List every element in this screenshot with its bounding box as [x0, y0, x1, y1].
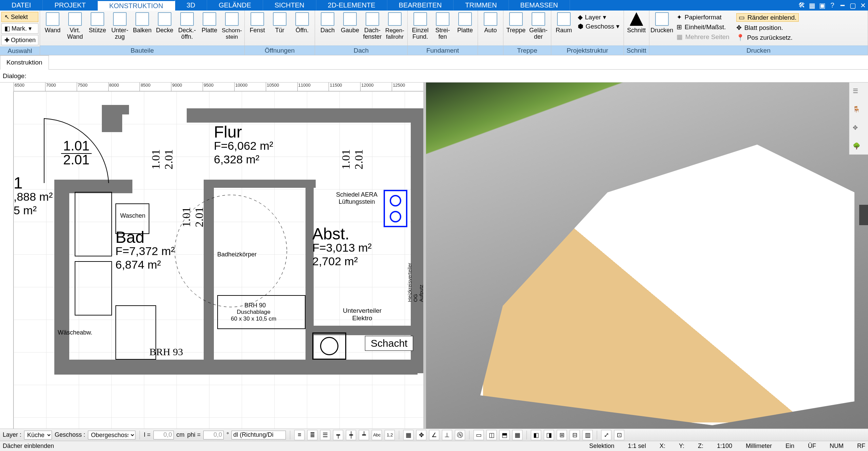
mode-4-icon[interactable]: ⊟	[570, 430, 580, 440]
einheit-button[interactable]: ⊞ Einheit/Maßst.	[677, 23, 730, 31]
virtwand-button[interactable]: Virt. Wand	[64, 11, 86, 45]
mark-dropdown[interactable]: ◧ Mark. ▾	[1, 23, 38, 34]
mode-5-icon[interactable]: ▥	[583, 430, 593, 440]
phi-unit: °	[226, 431, 229, 438]
move-icon[interactable]: ✥	[853, 124, 865, 136]
drucken-button[interactable]: Drucken	[651, 11, 673, 45]
dim-icon[interactable]: 1,2	[385, 430, 395, 440]
tab-bemassen[interactable]: BEMASSEN	[509, 0, 570, 11]
tab-gelaende[interactable]: GELÄNDE	[207, 0, 263, 11]
selekt-button[interactable]: ↖ Selekt	[1, 12, 38, 22]
fenster-button[interactable]: Fenst	[246, 11, 269, 45]
phi-label: phi =	[187, 431, 201, 438]
text-abc-icon[interactable]: Abc	[372, 430, 382, 440]
snap-icon[interactable]: ✥	[416, 430, 426, 440]
view-3d[interactable]: ☰ 🪑 ✥ 🌳	[426, 83, 868, 429]
group-bauteile: Wand Virt. Wand Stütze Unter- zug Balken…	[40, 11, 245, 55]
tab-datei[interactable]: DATEI	[0, 0, 43, 11]
align-bot-icon[interactable]: ┷	[359, 430, 369, 440]
perp-icon[interactable]: ⊥	[442, 430, 452, 440]
zoom-extents-icon[interactable]: ⤢	[601, 430, 611, 440]
angle-icon[interactable]: ∠	[429, 430, 439, 440]
tools-icon[interactable]: 🛠	[797, 0, 807, 11]
align-top-icon[interactable]: ┯	[333, 430, 343, 440]
papierformat-button[interactable]: ✦ Papierformat	[677, 13, 730, 21]
blattpos-button[interactable]: ✥ Blatt position.	[736, 24, 799, 32]
align-left-icon[interactable]: ≡	[294, 430, 304, 440]
status-ratio: 1:1 sel	[628, 443, 646, 450]
dl-input[interactable]	[232, 431, 286, 439]
mode-3-icon[interactable]: ⊞	[557, 430, 567, 440]
tuer-button[interactable]: Tür	[269, 11, 291, 45]
dach-button[interactable]: Dach	[316, 11, 339, 45]
treppe-button[interactable]: Treppe	[505, 11, 527, 45]
view-split-h-icon[interactable]: ◫	[486, 430, 497, 440]
tab-sichten[interactable]: SICHTEN	[263, 0, 316, 11]
mode-1-icon[interactable]: ◧	[531, 430, 541, 440]
help-icon[interactable]: ?	[827, 0, 837, 11]
deckoeffn-button[interactable]: Deck.- öffn.	[176, 11, 198, 45]
view-single-icon[interactable]: ▭	[474, 430, 484, 440]
circle-n-icon[interactable]: Ⓝ	[455, 430, 465, 440]
room-bad-label: Bad F=7,372 m² 6,874 m²	[115, 231, 175, 271]
align-center-icon[interactable]: ≣	[307, 430, 317, 440]
subtab-konstruktion[interactable]: Konstruktion	[0, 55, 49, 70]
tab-bearbeiten[interactable]: BEARBEITEN	[387, 0, 454, 11]
auto-button[interactable]: Auto	[479, 11, 502, 45]
l-input[interactable]	[153, 431, 174, 439]
floorplan-canvas[interactable]: Flur F=6,062 m² 6,328 m² Bad F=7,372 m² …	[14, 91, 423, 429]
view-quad-icon[interactable]: ▦	[512, 430, 522, 440]
room-number-4: 1.012.01	[339, 149, 365, 170]
furniture-icon[interactable]: 🪑	[853, 106, 865, 118]
unterzug-button[interactable]: Unter- zug	[109, 11, 131, 45]
platte2-button[interactable]: Platte	[454, 11, 476, 45]
decke-button[interactable]: Decke	[153, 11, 176, 45]
mode-2-icon[interactable]: ◨	[544, 430, 554, 440]
phi-input[interactable]	[203, 431, 224, 439]
gelaender-button[interactable]: Gelän- der	[527, 11, 550, 45]
layout-icon[interactable]: ▦	[807, 0, 817, 11]
layer-dropdown[interactable]: ◆ Layer ▾	[578, 13, 620, 21]
layers-icon[interactable]: ☰	[853, 87, 865, 100]
view-2d[interactable]: 650070007500 800085009000 95001000010500…	[0, 83, 426, 429]
grid-icon[interactable]: ▦	[403, 430, 413, 440]
tree-icon[interactable]: 🌳	[853, 142, 865, 155]
align-right-icon[interactable]: ☰	[320, 430, 330, 440]
dachfenster-button[interactable]: Dach- fenster	[361, 11, 384, 45]
poszur-button[interactable]: 📍 Pos zurücksetz.	[736, 34, 799, 41]
tab-projekt[interactable]: PROJEKT	[43, 0, 97, 11]
mehrere-seiten-button[interactable]: ▦ Mehrere Seiten	[677, 33, 730, 41]
expand-handle[interactable]	[859, 205, 868, 225]
schornstein-button[interactable]: Schorn- stein	[221, 11, 243, 45]
raum-button[interactable]: Raum	[553, 11, 575, 45]
group-dach: Dach Gaube Dach- fenster Regen- fallrohr…	[315, 11, 408, 55]
platte-button[interactable]: Platte	[198, 11, 221, 45]
stuetze-button[interactable]: Stütze	[86, 11, 109, 45]
geschoss-dropdown[interactable]: ⬢ Geschoss ▾	[578, 22, 620, 30]
tab-2d-elemente[interactable]: 2D-ELEMENTE	[316, 0, 387, 11]
settings-icon[interactable]: ▣	[817, 0, 827, 11]
zoom-window-icon[interactable]: ⊡	[614, 430, 624, 440]
tab-3d[interactable]: 3D	[175, 0, 207, 11]
close-icon[interactable]: ✕	[858, 0, 868, 11]
tab-konstruktion[interactable]: KONSTRUKTION	[98, 0, 175, 11]
geschoss-select[interactable]: Obergeschoss	[88, 431, 135, 439]
vent-icon	[384, 190, 407, 227]
streifen-button[interactable]: Strei- fen	[431, 11, 454, 45]
layer-select[interactable]: Küche	[24, 431, 52, 439]
minimize-icon[interactable]: ━	[837, 0, 848, 11]
optionen-button[interactable]: ✚ Optionen	[1, 35, 38, 45]
schnitt-button[interactable]: Schnitt	[625, 11, 648, 45]
view-split-v-icon[interactable]: ⬒	[499, 430, 510, 440]
regenfallrohr-button[interactable]: Regen- fallrohr	[384, 11, 406, 45]
raender-button[interactable]: ▭ Ränder einblend.	[736, 13, 799, 22]
gaube-button[interactable]: Gaube	[339, 11, 361, 45]
tab-trimmen[interactable]: TRIMMEN	[454, 0, 509, 11]
maximize-icon[interactable]: ▢	[848, 0, 858, 11]
oeffnung-button[interactable]: Öffn.	[291, 11, 313, 45]
balken-button[interactable]: Balken	[131, 11, 153, 45]
wand-button[interactable]: Wand	[41, 11, 64, 45]
status-ein: Ein	[786, 443, 794, 450]
align-mid-icon[interactable]: ┿	[346, 430, 356, 440]
einzelfund-button[interactable]: Einzel Fund.	[409, 11, 431, 45]
